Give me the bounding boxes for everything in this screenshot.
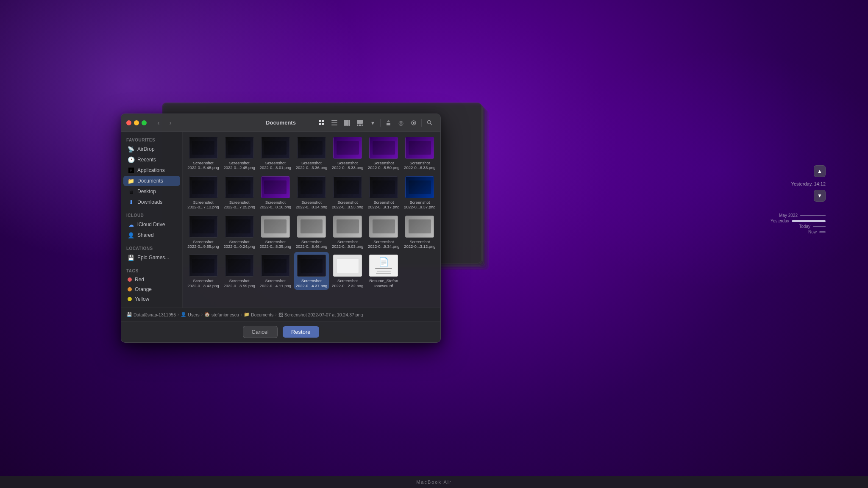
close-button[interactable] xyxy=(126,120,131,125)
path-item-1[interactable]: 👤 Users xyxy=(181,312,199,317)
file-item[interactable]: Screenshot2022-0...3.43.png xyxy=(186,252,220,290)
file-name: Screenshot2022-0...8.35.png xyxy=(260,239,291,249)
forward-button[interactable]: › xyxy=(165,118,175,128)
svg-rect-13 xyxy=(362,125,363,126)
sidebar-item-icloud-drive[interactable]: ☁ iCloud Drive xyxy=(123,219,180,230)
svg-rect-10 xyxy=(357,120,363,124)
file-item[interactable]: Screenshot2022-0...3.01.png xyxy=(258,134,292,172)
file-thumbnail xyxy=(333,176,362,198)
minimize-button[interactable] xyxy=(134,120,139,125)
tag-button[interactable]: ◎ xyxy=(395,117,407,129)
sidebar-item-documents[interactable]: 📁 Documents xyxy=(123,176,180,186)
file-name: Screenshot2022-0...8.16.png xyxy=(260,200,291,210)
sidebar-item-tag-orange[interactable]: Orange xyxy=(123,285,180,294)
sidebar-item-recents[interactable]: 🕐 Recents xyxy=(123,155,180,165)
file-item[interactable]: Screenshot2022-0...9.55.png xyxy=(186,213,220,251)
view-more-button[interactable]: ▾ xyxy=(367,117,378,129)
file-thumbnail xyxy=(189,176,218,198)
timeline-sidebar: ▲ Yesterday, 14:12 ▼ May 2022 Yesterday … xyxy=(741,165,826,235)
favourites-label: Favourites xyxy=(121,135,182,144)
timeline-down-button[interactable]: ▼ xyxy=(814,190,826,202)
path-icon-2: 🏠 xyxy=(204,312,210,317)
tag-red-dot xyxy=(128,277,132,282)
file-item[interactable]: Screenshot2022-0...6.33.png xyxy=(403,134,437,172)
svg-rect-4 xyxy=(331,120,337,121)
sidebar-item-epic-games[interactable]: 💾 Epic Games... xyxy=(123,252,180,263)
file-item[interactable]: Screenshot2022-0...8.34.png xyxy=(294,174,328,211)
file-name: Screenshot2022-0...3.59.png xyxy=(223,278,255,288)
share-button[interactable] xyxy=(382,117,394,129)
file-grid-area[interactable]: Screenshot2022-0...5.48.png Screenshot20… xyxy=(183,132,440,308)
file-item[interactable]: Screenshot2022-0...5.33.png xyxy=(331,134,365,172)
timeline-may-label: May 2022 xyxy=(772,213,798,218)
file-item[interactable]: Screenshot2022-0...8.53.png xyxy=(331,174,365,211)
file-name: Resume_StefanIonescu.rtf xyxy=(369,278,398,288)
view-list-button[interactable] xyxy=(328,117,340,129)
file-name: Screenshot2022-0...4.37.png xyxy=(296,278,327,288)
file-item[interactable]: Screenshot2022-0...3.12.png xyxy=(403,213,437,251)
file-thumbnail xyxy=(333,137,362,159)
tags-label: Tags xyxy=(121,266,182,274)
search-button[interactable] xyxy=(423,117,435,129)
file-item[interactable]: Screenshot2022-0...4.37.png xyxy=(294,252,328,290)
file-thumbnail xyxy=(297,255,326,277)
file-item[interactable]: Screenshot2022-0...8.46.png xyxy=(294,213,328,251)
sidebar-item-tag-yellow[interactable]: Yellow xyxy=(123,294,180,304)
file-item[interactable]: Screenshot2022-0...5.48.png xyxy=(186,134,220,172)
file-grid: Screenshot2022-0...5.48.png Screenshot20… xyxy=(186,134,437,290)
file-name: Screenshot2022-0...0.24.png xyxy=(223,239,255,249)
view-gallery-button[interactable] xyxy=(354,117,366,129)
icloud-label: iCloud xyxy=(121,211,182,219)
cancel-button[interactable]: Cancel xyxy=(243,326,278,338)
file-name: Screenshot2022-0...3.01.png xyxy=(260,161,291,170)
file-item[interactable]: Screenshot2022-0...0.24.png xyxy=(222,213,256,251)
sidebar-item-shared[interactable]: 👤 Shared xyxy=(123,230,180,240)
sidebar-desktop-label: Desktop xyxy=(137,189,156,194)
path-item-3[interactable]: 📁 Documents xyxy=(244,312,273,317)
file-item[interactable]: Screenshot2022-0...9.17.png xyxy=(367,174,401,211)
svg-rect-1 xyxy=(322,120,324,122)
view-icon-grid-button[interactable] xyxy=(316,117,328,129)
view-columns-button[interactable] xyxy=(341,117,353,129)
file-name: Screenshot2022-0...3.12.png xyxy=(404,239,435,249)
file-item[interactable]: Screenshot2022-0...7.25.png xyxy=(222,174,256,211)
file-item[interactable]: Screenshot2022-0...4.11.png xyxy=(258,252,292,290)
sidebar-item-airdrop[interactable]: 📡 AirDrop xyxy=(123,144,180,154)
sidebar-item-applications[interactable]: 🅰 Applications xyxy=(123,165,180,175)
sidebar-item-tag-red[interactable]: Red xyxy=(123,275,180,284)
sidebar-item-downloads[interactable]: ⬇ Downloads xyxy=(123,197,180,207)
path-separator-1: › xyxy=(201,312,203,317)
file-name: Screenshot2022-0...9.03.png xyxy=(332,239,363,249)
back-button[interactable]: ‹ xyxy=(153,118,164,128)
file-item[interactable]: Screenshot2022-0...7.13.png xyxy=(186,174,220,211)
file-item[interactable]: Screenshot2022-0...2.32.png xyxy=(331,252,365,290)
path-icon-1: 👤 xyxy=(181,312,186,317)
downloads-icon: ⬇ xyxy=(128,199,134,205)
restore-button[interactable]: Restore xyxy=(283,326,319,338)
file-name: Screenshot2022-0...3.43.png xyxy=(187,278,219,288)
file-thumbnail xyxy=(189,137,218,159)
sidebar-item-desktop[interactable]: 🖥 Desktop xyxy=(123,186,180,197)
timeline-up-button[interactable]: ▲ xyxy=(814,165,826,177)
file-item[interactable]: Screenshot2022-0...3.59.png xyxy=(222,252,256,290)
tag-orange-label: Orange xyxy=(135,286,152,292)
path-icon-0: 💾 xyxy=(126,312,132,317)
path-item-4[interactable]: 🖼 Screenshot 2022-07-07 at 10.24.37.png xyxy=(278,312,363,317)
file-item[interactable]: Screenshot2022-0...8.35.png xyxy=(258,213,292,251)
file-item[interactable]: Screenshot2022-0...3.36.png xyxy=(294,134,328,172)
file-item[interactable]: 📄 Resume_StefanIonescu.rtf xyxy=(367,252,401,290)
maximize-button[interactable] xyxy=(142,120,147,125)
file-name: Screenshot2022-0...4.11.png xyxy=(260,278,291,288)
file-item[interactable]: Screenshot2022-0...8.16.png xyxy=(258,174,292,211)
file-item[interactable]: Screenshot2022-0...9.34.png xyxy=(367,213,401,251)
timeline-may-bar xyxy=(800,215,826,216)
path-item-0[interactable]: 💾 Data@snap-1311955 xyxy=(126,312,176,317)
file-item[interactable]: Screenshot2022-0...2.45.png xyxy=(222,134,256,172)
file-item[interactable]: Screenshot2022-0...9.37.png xyxy=(403,174,437,211)
svg-rect-6 xyxy=(331,125,337,125)
path-item-2[interactable]: 🏠 stefanionescu xyxy=(204,312,239,317)
action-button[interactable] xyxy=(408,117,420,129)
file-thumbnail xyxy=(225,137,254,159)
file-item[interactable]: Screenshot2022-0...9.03.png xyxy=(331,213,365,251)
file-item[interactable]: Screenshot2022-0...5.50.png xyxy=(367,134,401,172)
